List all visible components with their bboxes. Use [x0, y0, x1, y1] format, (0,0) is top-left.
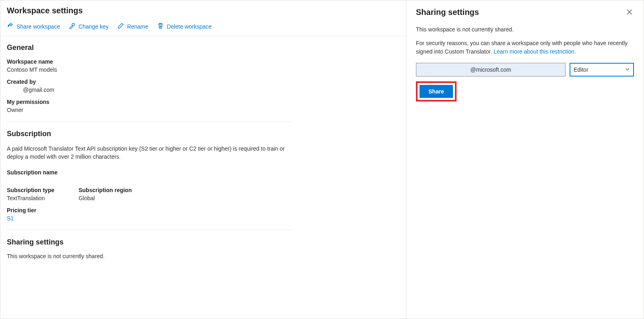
- close-icon: [627, 9, 632, 16]
- panel-note: For security reasons, you can share a wo…: [416, 39, 634, 56]
- main-panel: Workspace settings Share workspace Chang…: [0, 0, 406, 319]
- role-select[interactable]: Editor: [570, 63, 634, 77]
- toolbar: Share workspace Change key Rename Delete…: [0, 19, 406, 36]
- pricing-tier-value[interactable]: S1: [7, 215, 292, 222]
- rename-button[interactable]: Rename: [117, 23, 148, 30]
- edit-icon: [117, 23, 124, 30]
- sharing-title: Sharing settings: [7, 238, 292, 246]
- subscription-desc: A paid Microsoft Translator Text API sub…: [7, 145, 292, 161]
- sharing-section: Sharing settings This workspace is not c…: [7, 238, 292, 267]
- share-button[interactable]: Share: [420, 85, 453, 98]
- subscription-name-label: Subscription name: [7, 169, 292, 176]
- subscription-type-value: TextTranslation: [7, 195, 54, 201]
- role-select-value: Editor: [574, 66, 588, 73]
- change-key-label: Change key: [78, 23, 109, 30]
- sharing-panel: Sharing settings This workspace is not c…: [406, 0, 644, 319]
- panel-title: Sharing settings: [416, 8, 479, 17]
- chevron-down-icon: [625, 66, 630, 73]
- panel-status: This workspace is not currently shared.: [416, 25, 634, 33]
- share-workspace-label: Share workspace: [16, 23, 60, 30]
- subscription-title: Subscription: [7, 130, 292, 138]
- subscription-region-label: Subscription region: [78, 187, 132, 193]
- workspace-name-value: Contoso MT models: [7, 66, 292, 73]
- close-button[interactable]: [625, 8, 634, 18]
- change-key-button[interactable]: Change key: [69, 23, 109, 30]
- permissions-label: My permissions: [7, 99, 292, 105]
- page-title: Workspace settings: [7, 6, 399, 15]
- share-button-highlight: Share: [416, 81, 457, 102]
- delete-workspace-button[interactable]: Delete workspace: [157, 23, 212, 30]
- pricing-tier-label: Pricing tier: [7, 207, 292, 213]
- general-title: General: [7, 44, 292, 52]
- permissions-value: Owner: [7, 107, 292, 113]
- subscription-type-label: Subscription type: [7, 187, 54, 193]
- trash-icon: [157, 23, 164, 30]
- subscription-region-value: Global: [78, 195, 132, 201]
- created-by-value: @gmail.com: [7, 87, 292, 93]
- key-icon: [69, 23, 75, 30]
- workspace-name-label: Workspace name: [7, 58, 292, 65]
- share-email-input[interactable]: [416, 63, 566, 77]
- learn-more-link[interactable]: Learn more about this restriction.: [494, 48, 576, 55]
- sharing-status: This workspace is not currently shared.: [7, 253, 292, 259]
- share-workspace-button[interactable]: Share workspace: [7, 23, 60, 30]
- general-section: General Workspace name Contoso MT models…: [7, 44, 292, 122]
- share-icon: [7, 23, 13, 30]
- created-by-label: Created by: [7, 79, 292, 85]
- rename-label: Rename: [127, 23, 148, 30]
- delete-workspace-label: Delete workspace: [167, 23, 212, 30]
- subscription-section: Subscription A paid Microsoft Translator…: [7, 130, 292, 230]
